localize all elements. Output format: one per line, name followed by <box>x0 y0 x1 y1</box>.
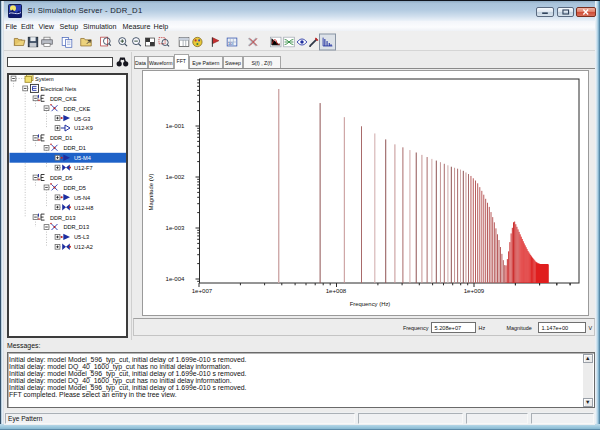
svg-text:1e+008: 1e+008 <box>326 287 347 294</box>
svg-text:1e+009: 1e+009 <box>464 287 485 294</box>
svg-text:DDR_D13: DDR_D13 <box>50 214 76 220</box>
svg-text:U5-M4: U5-M4 <box>74 155 91 161</box>
svg-text:U12-F7: U12-F7 <box>74 165 93 171</box>
svg-text:Frequency (Hz): Frequency (Hz) <box>350 301 391 307</box>
svg-text:10: 10 <box>228 41 233 46</box>
svg-text:DDR_D1: DDR_D1 <box>63 145 85 151</box>
svg-text:1e-001: 1e-001 <box>166 122 186 129</box>
svg-text:DDR_CKE: DDR_CKE <box>63 105 90 111</box>
svg-text:1e-002: 1e-002 <box>166 173 186 180</box>
svg-text:U12-K9: U12-K9 <box>74 125 93 131</box>
svg-text:Electrical Nets: Electrical Nets <box>40 85 76 91</box>
svg-text:1e-003: 1e-003 <box>166 224 186 231</box>
svg-text:U5-G3: U5-G3 <box>74 115 90 121</box>
svg-text:U5-N4: U5-N4 <box>74 194 90 200</box>
svg-text:1e+007: 1e+007 <box>192 287 213 294</box>
svg-text:U12-A2: U12-A2 <box>74 244 93 250</box>
svg-text:DDR_D5: DDR_D5 <box>63 184 85 190</box>
svg-text:U5-L3: U5-L3 <box>74 234 89 240</box>
svg-text:1e-004: 1e-004 <box>166 275 186 282</box>
svg-text:DDR_D1: DDR_D1 <box>50 135 72 141</box>
svg-text:U12-H8: U12-H8 <box>74 204 93 210</box>
svg-text:DDR_D5: DDR_D5 <box>50 174 72 180</box>
svg-text:Magnitude (V): Magnitude (V) <box>148 173 154 210</box>
svg-text:System: System <box>35 75 54 81</box>
svg-text:DDR_CKE: DDR_CKE <box>50 95 77 101</box>
svg-text:DDR_D13: DDR_D13 <box>63 224 89 230</box>
